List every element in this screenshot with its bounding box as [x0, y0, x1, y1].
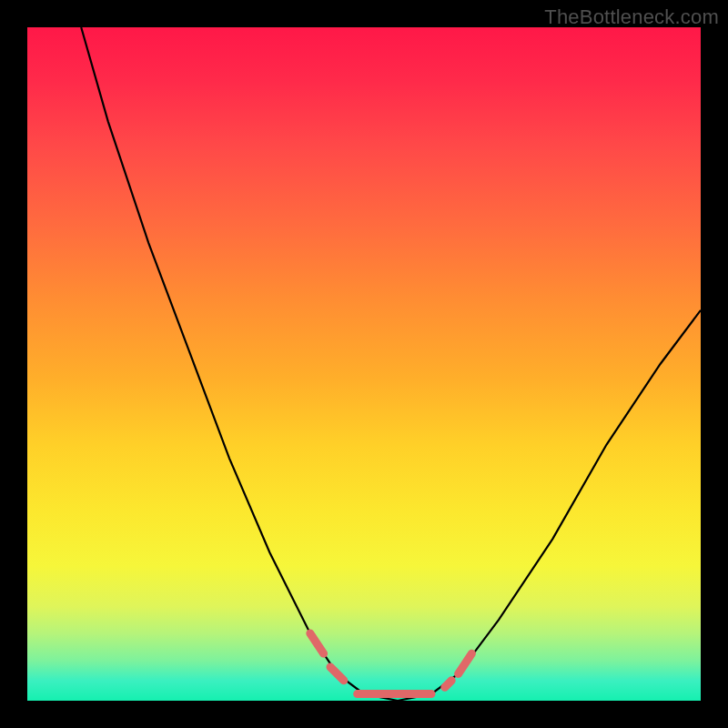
bottleneck-curve — [81, 27, 701, 701]
chart-overlay — [27, 27, 701, 701]
highlight-segment — [445, 681, 451, 687]
highlight-segment — [459, 653, 472, 673]
watermark-text: TheBottleneck.com — [544, 5, 719, 29]
highlight-segment — [330, 667, 344, 681]
highlight-segments — [310, 633, 472, 694]
outer-frame: TheBottleneck.com — [0, 0, 728, 728]
highlight-segment — [310, 633, 324, 653]
